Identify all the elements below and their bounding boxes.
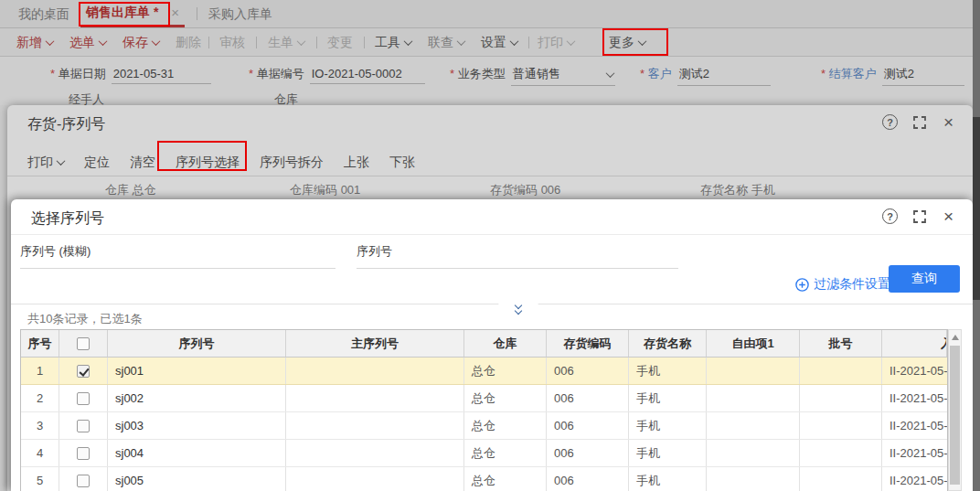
serial-split-button[interactable]: 序列号拆分 [260, 155, 324, 171]
scrollbar-thumb[interactable] [950, 346, 960, 485]
order-form: 单据日期 2021-05-31 单据编号 IO-2021-05-0002 业务类… [0, 57, 980, 105]
annotation-box-serial-select [157, 141, 247, 171]
audit-button: 审核 [219, 28, 245, 56]
dialog-title: 选择序列号 [31, 209, 104, 229]
annotation-box-more-button [602, 28, 668, 56]
chevron-down-icon [57, 156, 66, 165]
field-biz-type: 业务类型 普通销售 [450, 66, 615, 86]
collapse-divider [11, 304, 973, 304]
title-divider [11, 234, 973, 235]
toolbar-divider [208, 37, 209, 48]
serial-fuzzy-input[interactable]: 序列号 (模糊) [20, 243, 336, 269]
table-row[interactable]: 5 sj005 总仓 006 手机 II-2021-05-00 [21, 467, 947, 491]
record-summary: 共10条记录，已选1条 [27, 311, 143, 327]
help-icon[interactable]: ? [882, 114, 898, 130]
dialog-title: 存货-序列号 [27, 115, 105, 134]
row-checkbox[interactable] [77, 365, 90, 378]
toolbar-divider [256, 37, 257, 48]
table-row[interactable]: 1 sj001 总仓 006 手机 II-2021-05-00 [21, 358, 947, 385]
locate-button[interactable]: 定位 [84, 155, 110, 171]
screen: 我的桌面 销售出库单 * × 采购入库单 新增 选单 保存 删除 审核 生单 变… [0, 0, 980, 491]
chevron-down-icon [567, 37, 576, 46]
print-serial-button[interactable]: 打印 [27, 155, 64, 171]
dialog-controls: ? × [882, 114, 956, 130]
double-chevron-down-icon [516, 303, 521, 314]
close-icon[interactable]: × [941, 114, 956, 130]
info-warehouse: 仓库 总仓 [105, 182, 156, 198]
next-sheet-button[interactable]: 下张 [389, 155, 415, 171]
row-checkbox[interactable] [77, 392, 90, 405]
chevron-down-icon [46, 37, 55, 46]
scroll-up-icon[interactable] [952, 335, 959, 340]
dialog-controls: ? × [882, 208, 956, 224]
toolbar-divider [364, 37, 365, 48]
serial-toolbar: 打印 定位 清空 序列号选择 序列号拆分 上张 下张 [7, 149, 973, 176]
row-checkbox[interactable] [77, 420, 90, 432]
help-icon[interactable]: ? [882, 208, 898, 224]
serial-input[interactable]: 序列号 [357, 243, 678, 269]
chevron-down-icon [605, 69, 614, 78]
page-scrollbar-thumb[interactable] [973, 117, 980, 300]
field-settle-customer: 结算客户 测试2 [821, 66, 964, 86]
info-inventory-code: 存货编码 006 [490, 182, 560, 198]
toolbar-divider [316, 37, 317, 48]
tab-purchase-inbound[interactable]: 采购入库单 [208, 0, 272, 27]
chevron-down-icon [404, 37, 413, 46]
maximize-icon[interactable] [911, 114, 927, 130]
field-customer: 客户 测试2 [640, 66, 771, 86]
annotation-box-sales-tab [79, 2, 170, 27]
select-serial-dialog: 选择序列号 ? × 序列号 (模糊) 序列号 过滤条件设置 查询 共10条记录，… [11, 199, 973, 491]
print-button: 打印 [538, 28, 574, 56]
plus-circle-icon [795, 278, 809, 292]
info-warehouse-code: 仓库编码 001 [290, 182, 360, 198]
select-all-checkbox[interactable] [77, 337, 90, 350]
prev-sheet-button[interactable]: 上张 [344, 155, 369, 171]
chevron-down-icon [457, 37, 466, 46]
customer-input[interactable]: 测试2 [677, 66, 771, 86]
collapse-handle[interactable] [498, 304, 538, 318]
maximize-icon[interactable] [911, 208, 927, 224]
field-bill-no: 单据编号 IO-2021-05-0002 [249, 66, 425, 84]
toolbar-divider [528, 37, 529, 48]
serial-table: 序号 序列号 主序列号 仓库 存货编码 存货名称 自由项1 批号 入 1 sj0… [20, 329, 948, 491]
chevron-down-icon [510, 37, 519, 46]
chevron-down-icon [152, 37, 161, 46]
row-checkbox[interactable] [77, 475, 90, 487]
tools-button[interactable]: 工具 [375, 28, 411, 56]
chevron-down-icon [297, 37, 306, 46]
close-icon[interactable]: × [941, 208, 956, 224]
delete-button: 删除 [176, 28, 201, 56]
linked-query-button[interactable]: 联查 [428, 28, 464, 56]
info-inventory-name: 存货名称 手机 [700, 182, 775, 198]
table-row[interactable]: 3 sj003 总仓 006 手机 II-2021-05-00 [21, 412, 947, 440]
clear-button[interactable]: 清空 [130, 155, 155, 171]
new-button[interactable]: 新增 [16, 28, 53, 56]
save-button[interactable]: 保存 [122, 28, 159, 56]
tab-my-desktop[interactable]: 我的桌面 [18, 0, 69, 27]
table-row[interactable]: 2 sj002 总仓 006 手机 II-2021-05-00 [21, 385, 947, 412]
bill-date-input[interactable]: 2021-05-31 [112, 67, 211, 84]
tab-divider [197, 7, 197, 20]
change-button: 变更 [327, 28, 353, 56]
table-row[interactable]: 4 sj004 总仓 006 手机 II-2021-05-00 [21, 440, 947, 467]
filter-settings-link[interactable]: 过滤条件设置 [795, 276, 890, 293]
field-bill-date: 单据日期 2021-05-31 [50, 66, 211, 84]
generate-button: 生单 [268, 28, 304, 56]
biz-type-select[interactable]: 普通销售 [511, 66, 615, 86]
row-checkbox[interactable] [77, 447, 90, 460]
select-order-button[interactable]: 选单 [69, 28, 106, 56]
settle-customer-input[interactable]: 测试2 [882, 66, 964, 86]
bill-no-input[interactable]: IO-2021-05-0002 [310, 67, 425, 84]
main-toolbar: 新增 选单 保存 删除 审核 生单 变更 工具 联查 设置 打印 更多 [0, 28, 980, 57]
table-scrollbar[interactable] [948, 329, 962, 491]
chevron-down-icon [99, 37, 108, 46]
settings-button[interactable]: 设置 [481, 28, 517, 56]
table-header-row: 序号 序列号 主序列号 仓库 存货编码 存货名称 自由项1 批号 入 [21, 330, 947, 358]
query-button[interactable]: 查询 [889, 265, 960, 293]
page-scrollbar[interactable] [973, 0, 980, 491]
close-tab-icon[interactable]: × [171, 5, 179, 20]
